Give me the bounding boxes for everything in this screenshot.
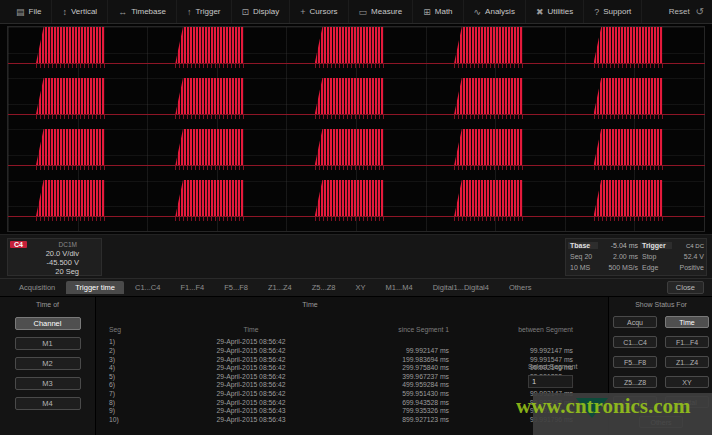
time-of-title: Time of [0, 301, 95, 308]
segment-burst-16 [36, 180, 105, 216]
time-of-panel: Time of ChannelM1M2M3M4 [0, 297, 96, 435]
table-cell-3-0: 4) [95, 364, 161, 371]
table-cell-1-2: 99.992147 ms [341, 347, 455, 354]
time-of-button-m3[interactable]: M3 [15, 377, 81, 390]
show-status-button-c1-c4[interactable]: C1...C4 [613, 336, 657, 348]
tab-z5-z8[interactable]: Z5...Z8 [303, 281, 345, 294]
segment-burst-3 [315, 27, 384, 63]
dialog-tab-bar: AcquisitionTrigger timeC1...C4F1...F4F5.… [0, 279, 712, 297]
table-row: 3)29-April-2015 08:56:42199.983694 ms99.… [95, 355, 525, 364]
segment-burst-tail-16 [36, 217, 105, 221]
table-cell-1-3: 99.992147 ms [455, 347, 579, 354]
table-cell-7-2: 699.943528 ms [341, 399, 455, 406]
time-of-button-channel[interactable]: Channel [15, 317, 81, 330]
reset-icon: ↺ [696, 6, 704, 17]
segment-burst-19 [454, 180, 523, 216]
status-bar: C4 DC1M 20.0 V/div -45.500 V 20 Seg Tbas… [0, 234, 712, 279]
table-row: 8)29-April-2015 08:56:42699.943528 ms99.… [95, 398, 525, 407]
support-icon: ? [594, 7, 599, 17]
table-cell-9-2: 899.927123 ms [341, 416, 455, 423]
tab-c1-c4[interactable]: C1...C4 [126, 281, 169, 294]
table-row: 1)29-April-2015 08:56:42 [95, 338, 525, 347]
tab-others[interactable]: Others [500, 281, 541, 294]
menu-item-label: Utilities [547, 7, 573, 16]
table-cell-0-1: 29-April-2015 08:56:42 [161, 338, 341, 345]
select-segment-group: Select Segment 1 [528, 363, 590, 388]
close-button[interactable]: Close [667, 281, 704, 294]
tab-m1-m4[interactable]: M1...M4 [377, 281, 422, 294]
trigger-time-table[interactable]: SegTimesince Segment 1between Segment1)2… [95, 325, 525, 424]
table-cell-5-0: 6) [95, 381, 161, 388]
menu-item-utilities[interactable]: ✖Utilities [526, 0, 584, 23]
select-segment-input[interactable]: 1 [528, 375, 573, 388]
table-cell-3-1: 29-April-2015 08:56:42 [161, 364, 341, 371]
menu-item-math[interactable]: ⊞Math [413, 0, 463, 23]
menu-item-analysis[interactable]: ∿Analysis [464, 0, 526, 23]
table-cell-0-0: 1) [95, 338, 161, 345]
menu-item-cursors[interactable]: +Cursors [290, 0, 348, 23]
table-cell-2-3: 99.991547 ms [455, 356, 579, 363]
table-cell-9-1: 29-April-2015 08:56:43 [161, 416, 341, 423]
segment-burst-tail-19 [454, 217, 523, 221]
menu-item-support[interactable]: ?Support [584, 0, 642, 23]
menu-item-display[interactable]: ⊡Display [232, 0, 291, 23]
show-status-button-f5-f8[interactable]: F5...F8 [613, 356, 657, 368]
table-cell-6-0: 7) [95, 390, 161, 397]
segment-burst-14 [454, 129, 523, 165]
waveform-plot[interactable] [0, 24, 712, 234]
show-status-button-z1-z4[interactable]: Z1...Z4 [665, 356, 709, 368]
tab-acquisition[interactable]: Acquisition [10, 281, 64, 294]
segment-burst-10 [594, 78, 663, 114]
show-status-button-f1-f4[interactable]: F1...F4 [665, 336, 709, 348]
channel-values: 20.0 V/div -45.500 V 20 Seg [46, 249, 79, 276]
tab-f5-f8[interactable]: F5...F8 [215, 281, 257, 294]
time-of-buttons: ChannelM1M2M3M4 [0, 317, 95, 410]
segment-burst-12 [175, 129, 244, 165]
trigger-time-table-panel: Time SegTimesince Segment 1between Segme… [95, 297, 525, 435]
show-status-button-acqu[interactable]: Acqu [613, 316, 657, 328]
watermark-text: www.cntronics.com [516, 394, 691, 419]
menu-item-measure[interactable]: ▭Measure [349, 0, 414, 23]
tab-xy[interactable]: XY [347, 281, 375, 294]
utilities-icon: ✖ [536, 7, 544, 17]
segment-burst-18 [315, 180, 384, 216]
timebase-icon: ↔ [118, 7, 127, 17]
segment-burst-tail-18 [315, 217, 384, 221]
table-row: 7)29-April-2015 08:56:42599.951430 ms99.… [95, 389, 525, 398]
math-icon: ⊞ [423, 7, 431, 17]
time-of-button-m4[interactable]: M4 [15, 397, 81, 410]
tab-trigger-time[interactable]: Trigger time [66, 281, 124, 294]
menu-item-label: File [29, 7, 42, 16]
menu-item-vertical[interactable]: ↕Vertical [52, 0, 108, 23]
channel-descriptor-c4[interactable]: C4 DC1M 20.0 V/div -45.500 V 20 Seg [7, 238, 102, 276]
show-status-button-xy[interactable]: XY [665, 376, 709, 388]
table-cell-7-0: 8) [95, 399, 161, 406]
table-row: 5)29-April-2015 08:56:42399.967237 ms99.… [95, 372, 525, 381]
tbase-value: -5.04 ms [598, 242, 640, 249]
tab-z1-z4[interactable]: Z1...Z4 [259, 281, 301, 294]
timebase-trigger-descriptor[interactable]: Tbase -5.04 ms Trigger C4 DC Seq 202.00 … [565, 238, 707, 276]
tbase-cell-0-2: Stop [640, 253, 672, 260]
time-of-button-m2[interactable]: M2 [15, 357, 81, 370]
oscilloscope-screen: ▤File↕Vertical↔Timebase↑Trigger⊡Display+… [0, 0, 712, 435]
menu-item-label: Analysis [485, 7, 515, 16]
segment-burst-9 [454, 78, 523, 114]
analysis-icon: ∿ [474, 7, 482, 17]
segment-burst-17 [175, 180, 244, 216]
time-of-button-m1[interactable]: M1 [15, 337, 81, 350]
menu-item-trigger[interactable]: ↑Trigger [177, 0, 232, 23]
tbase-cell-0-1: 2.00 ms [598, 253, 640, 260]
table-row: 10)29-April-2015 08:56:43899.927123 ms99… [95, 415, 525, 424]
reset-button[interactable]: Reset [669, 7, 690, 16]
tab-digital1-digital4[interactable]: Digital1...Digital4 [424, 281, 498, 294]
menu-item-label: Cursors [310, 7, 338, 16]
channel-offset: -45.500 V [46, 258, 79, 267]
menu-bar-right: Reset ↺ [669, 6, 712, 17]
tab-f1-f4[interactable]: F1...F4 [171, 281, 213, 294]
show-status-button-time[interactable]: Time [665, 316, 709, 328]
menu-item-file[interactable]: ▤File [6, 0, 52, 23]
show-status-button-z5-z8[interactable]: Z5...Z8 [613, 376, 657, 388]
menu-item-timebase[interactable]: ↔Timebase [108, 0, 177, 23]
table-cell-5-2: 499.959284 ms [341, 381, 455, 388]
channel-scale: 20.0 V/div [46, 249, 79, 258]
